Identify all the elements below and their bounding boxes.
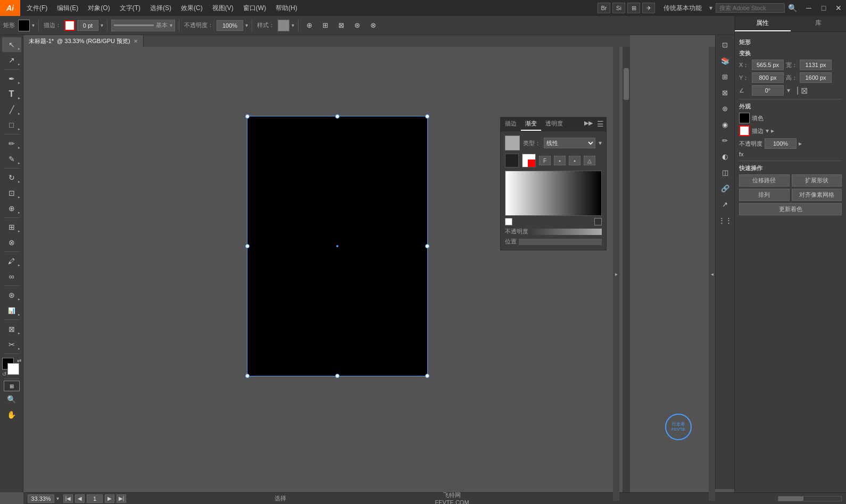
gradient-preview[interactable] <box>505 171 602 216</box>
is-properties-icon[interactable]: ⊞ <box>718 69 733 84</box>
fp-type-select[interactable]: 线性 径向 任意形状 <box>544 138 595 148</box>
canvas-content[interactable] <box>23 47 623 493</box>
menu-effect[interactable]: 效果(C) <box>177 2 207 15</box>
tool-rectangle[interactable]: □▸ <box>2 117 21 132</box>
rp-angle-input[interactable] <box>752 85 784 96</box>
tool-slice[interactable]: ✂▸ <box>2 337 21 352</box>
bridge-icon[interactable]: Br <box>598 3 610 13</box>
fp-swatch-stroke[interactable] <box>522 154 536 167</box>
menu-edit[interactable]: 编辑(E) <box>53 2 82 15</box>
is-brush-icon[interactable]: ✏ <box>718 133 733 148</box>
stroke-value-input[interactable] <box>77 20 98 31</box>
rp-y-input[interactable] <box>752 72 784 83</box>
tool-line[interactable]: ╱▸ <box>2 102 21 117</box>
tool-rotate[interactable]: ↻▸ <box>2 170 21 185</box>
tool-blend[interactable]: ∞ <box>2 269 21 284</box>
fp-opacity-slider[interactable] <box>530 229 602 235</box>
fp-close-icon[interactable]: ☰ <box>595 117 606 131</box>
color-switcher[interactable]: ⇄ ↺ <box>2 358 21 377</box>
tool-paintbrush[interactable]: ✏▸ <box>2 136 21 151</box>
menu-window[interactable]: 窗口(W) <box>239 2 270 15</box>
fp-position-slider[interactable] <box>519 239 602 245</box>
fp-tab-gradient[interactable]: 渐变 <box>521 117 541 131</box>
menu-select[interactable]: 选择(S) <box>146 2 176 15</box>
stock-icon[interactable]: Si <box>612 3 625 13</box>
minimize-button[interactable]: ─ <box>801 0 816 16</box>
zoom-chevron[interactable]: ▾ <box>56 495 59 501</box>
fp-tab-opacity[interactable]: 透明度 <box>541 117 567 131</box>
tool-selection[interactable]: ↖▸ <box>2 37 21 52</box>
rp-tab-properties[interactable]: 属性 <box>735 16 791 31</box>
rp-w-input[interactable] <box>800 60 832 70</box>
rp-stroke-preview[interactable] <box>739 125 750 136</box>
doc-tab-active[interactable]: 未标题-1* @ 33.33% (RGB/GPU 预览) ✕ <box>23 35 144 47</box>
rp-x-input[interactable] <box>752 60 784 70</box>
scroll-thumb-v[interactable] <box>624 68 629 100</box>
nav-first-btn[interactable]: |◀ <box>63 494 73 503</box>
rp-angle-chevron[interactable]: ▾ <box>787 87 790 94</box>
tool-scale[interactable]: ⊡▸ <box>2 186 21 200</box>
handle-tm[interactable] <box>335 114 339 119</box>
menu-object[interactable]: 对象(O) <box>84 2 114 15</box>
menu-file[interactable]: 文件(F) <box>22 2 52 15</box>
fp-icon-btn2[interactable]: ▪ <box>554 156 566 165</box>
rp-btn-recolor[interactable]: 更新着色 <box>739 203 842 215</box>
is-link-icon[interactable]: 🔗 <box>718 181 733 196</box>
rp-link-icon[interactable]: | <box>797 86 799 95</box>
nav-next-btn[interactable]: ▶ <box>105 494 114 503</box>
is-gradient-icon[interactable]: ◐ <box>718 149 733 164</box>
is-appearance-icon[interactable]: ◉ <box>718 117 733 132</box>
canvas-scrollbar-vertical[interactable] <box>623 47 630 493</box>
rp-stroke-chevron[interactable]: ▾ <box>766 127 769 135</box>
rp-tab-library[interactable]: 库 <box>791 16 847 31</box>
handle-mr[interactable] <box>425 244 429 248</box>
search-input[interactable] <box>716 3 785 13</box>
menu-help[interactable]: 帮助(H) <box>271 2 302 15</box>
is-layers-icon[interactable]: ⊡ <box>718 37 733 52</box>
transform2-icon-btn[interactable]: ⊗ <box>366 19 380 32</box>
rp-btn-expand-shape[interactable]: 扩展形状 <box>792 174 842 187</box>
fp-icon-btn3[interactable]: ▪ <box>569 156 580 165</box>
fp-tab-stroke[interactable]: 描边 <box>501 117 521 131</box>
fp-expand-icon[interactable]: ▶▶ <box>582 117 595 131</box>
style-swatch[interactable] <box>278 20 289 31</box>
bg-color[interactable] <box>7 363 19 375</box>
tool-direct-selection[interactable]: ↗▸ <box>2 53 21 68</box>
fp-color-swatch1[interactable] <box>505 136 520 150</box>
rp-opacity-input[interactable] <box>765 138 797 149</box>
is-align-icon[interactable]: ⊛ <box>718 101 733 116</box>
more-icon-btn[interactable]: ⊛ <box>350 19 364 32</box>
tool-graph[interactable]: 📊▸ <box>2 303 21 318</box>
menu-view[interactable]: 视图(V) <box>208 2 238 15</box>
nav-prev-btn[interactable]: ◀ <box>75 494 85 503</box>
is-transform-icon[interactable]: ⊠ <box>718 85 733 100</box>
grid-icon[interactable]: ⊞ <box>627 3 640 13</box>
line-style-selector[interactable]: 基本 ▾ <box>111 20 175 31</box>
rp-flip-icon[interactable]: ⊠ <box>801 86 808 96</box>
tool-symbol[interactable]: ⊛▸ <box>2 288 21 303</box>
rp-h-input[interactable] <box>800 72 832 83</box>
tool-zoom[interactable]: 🔍 <box>2 392 21 407</box>
rp-fill-color-box[interactable] <box>739 113 750 123</box>
handle-ml[interactable] <box>245 244 250 248</box>
gradient-stop-left[interactable] <box>505 218 512 225</box>
fp-icon-btn1[interactable]: F <box>539 156 551 165</box>
rp-btn-align-pixel[interactable]: 对齐像素网格 <box>792 189 842 201</box>
tool-pen[interactable]: ✒▸ <box>2 71 21 86</box>
artboard[interactable] <box>247 116 428 376</box>
opacity-icon-btn[interactable]: ⊕ <box>302 19 316 32</box>
tool-artboard[interactable]: ⊠▸ <box>2 322 21 337</box>
menu-type[interactable]: 文字(T) <box>115 2 145 15</box>
tool-warp[interactable]: ⊕▸ <box>2 201 21 216</box>
tool-pencil[interactable]: ✎▸ <box>2 152 21 166</box>
tool-eyedropper[interactable]: 🖍▸ <box>2 254 21 268</box>
rp-btn-offset-path[interactable]: 位移路径 <box>739 174 790 187</box>
align-icon-btn[interactable]: ⊞ <box>318 19 332 32</box>
handle-bm[interactable] <box>335 374 339 378</box>
handle-br[interactable] <box>425 374 429 378</box>
is-transparency-icon[interactable]: ◫ <box>718 165 733 180</box>
fp-swatch-black[interactable] <box>505 154 519 167</box>
fp-icon-btn4[interactable]: △ <box>584 156 595 165</box>
tool-shape-builder[interactable]: ⊗ <box>2 235 21 250</box>
tool-hand[interactable]: ✋ <box>2 407 21 422</box>
